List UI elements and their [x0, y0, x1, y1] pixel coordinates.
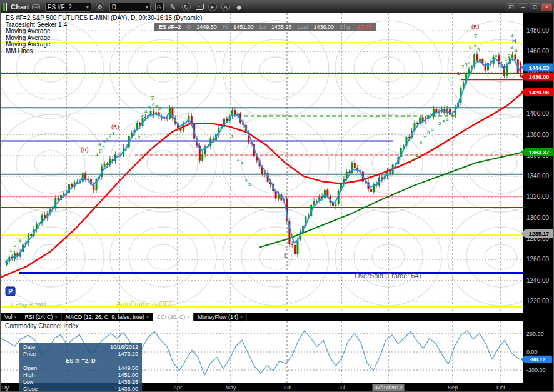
open-value: 1449.50 [196, 24, 217, 30]
tab-moneyflow[interactable]: MoneyFlow (14)× [194, 313, 247, 321]
price-chart-panel[interactable]: 12312345678(R)(R)12345678912345L34567892… [1, 13, 554, 313]
title-bar: Chart SM ES #F=2 ▾ ⚙ D ▾ ◷ ✎ ↻ ··· ▸ A ◆… [1, 1, 554, 13]
svg-text:7: 7 [423, 135, 426, 141]
popout-button[interactable]: ◱ [506, 3, 516, 11]
minimize-button[interactable]: – [518, 3, 528, 11]
month-label: Apr [173, 384, 182, 391]
quote-bar: ES #F=2 O 1449.50 Hi 1451.00 Lo 1435.25 … [154, 23, 376, 31]
svg-text:3: 3 [141, 113, 144, 118]
last-label: Last [297, 24, 308, 30]
tooltip-date-value: 10/16/2012 [110, 344, 138, 351]
svg-text:7: 7 [474, 33, 477, 39]
chart-legend: ES #F=2,S&P 500 FUTURES E-MINI (DAY), D,… [6, 15, 202, 55]
auto-a-icon[interactable]: A [221, 3, 230, 11]
tab-close-icon[interactable]: × [55, 315, 58, 319]
refresh-icon[interactable]: ↻ [182, 3, 191, 11]
svg-text:2: 2 [138, 135, 141, 141]
tab-close-icon[interactable]: × [146, 315, 149, 319]
svg-text:1: 1 [505, 56, 508, 62]
svg-text:1260.00: 1260.00 [526, 256, 550, 263]
open-label: O [186, 24, 191, 30]
tab-close-icon[interactable]: × [187, 315, 189, 319]
svg-text:4: 4 [144, 109, 148, 114]
window-badge: SM [32, 4, 40, 9]
svg-text:8: 8 [112, 131, 115, 136]
tab-rsi[interactable]: RSI (14, C)× [21, 313, 62, 321]
quote-bubble-icon[interactable]: ··· [196, 4, 204, 10]
svg-text:2: 2 [14, 243, 17, 248]
close-button[interactable]: × [541, 3, 552, 11]
svg-text:P: P [8, 288, 13, 295]
clock-icon[interactable]: ◷ [155, 3, 164, 11]
tooltip-price-value: 1473.29 [118, 351, 138, 358]
svg-text:3: 3 [102, 145, 105, 151]
symbol-dropdown[interactable]: ES #F=2 ▾ [45, 3, 91, 12]
symbol-value: ES #F=2 [48, 4, 72, 11]
high-value: 1451.00 [233, 24, 254, 30]
price-chart-canvas[interactable]: 12312345678(R)(R)12345678912345L34567892… [1, 13, 554, 313]
chevron-down-icon: ▾ [146, 4, 148, 10]
tooltip-symbol-header: ES #F=2, D [23, 358, 138, 364]
svg-text:L: L [284, 252, 288, 259]
svg-text:1220.00: 1220.00 [526, 298, 550, 304]
chart-window: Chart SM ES #F=2 ▾ ⚙ D ▾ ◷ ✎ ↻ ··· ▸ A ◆… [0, 0, 554, 392]
svg-text:1300.00: 1300.00 [526, 214, 550, 221]
month-label: 07/27/2012 [372, 384, 404, 391]
tooltip-date-label: Date [23, 344, 35, 351]
tooltip-close-label: Close [23, 386, 38, 392]
month-label: May [225, 384, 236, 391]
last-value: 1436.00 [313, 24, 334, 30]
tooltip-high-value: 1451.00 [118, 372, 138, 379]
pencil-draw-icon[interactable]: ✎ [168, 3, 178, 12]
svg-text:1460.00: 1460.00 [526, 48, 550, 54]
settings-gear-icon[interactable]: ⚙ [96, 3, 104, 11]
play-icon[interactable]: ▸ [208, 3, 217, 11]
svg-text:1420.98: 1420.98 [529, 89, 550, 96]
eraser-icon[interactable]: ◆ [234, 3, 244, 12]
tooltip-close-value: 1436.00 [118, 386, 138, 392]
svg-text:3: 3 [408, 160, 411, 166]
svg-text:1400.00: 1400.00 [526, 110, 550, 117]
high-label: Hi [223, 24, 228, 30]
svg-text:1285.17: 1285.17 [529, 231, 550, 237]
svg-text:5: 5 [468, 69, 471, 75]
chevron-down-icon: ▾ [86, 4, 89, 10]
tooltip-price-label: Price [23, 351, 36, 358]
svg-text:H: H [512, 38, 516, 44]
tooltip-low-value: 1435.25 [118, 379, 138, 386]
svg-text:1444.53: 1444.53 [529, 65, 550, 71]
svg-text:1320.00: 1320.00 [526, 193, 550, 200]
svg-text:7: 7 [151, 95, 154, 101]
cci-panel-title: Commodity Channel Index [5, 323, 79, 329]
svg-text:OverSold (Frame: 64): OverSold (Frame: 64) [355, 272, 421, 279]
svg-text:3: 3 [18, 238, 21, 243]
svg-text:-80.12: -80.12 [530, 356, 546, 363]
svg-text:© eSignal, 2012: © eSignal, 2012 [11, 302, 47, 308]
tooltip-open-label: Open [23, 365, 37, 372]
month-label: Oct [496, 384, 505, 391]
svg-text:6: 6 [469, 44, 472, 50]
svg-text:3: 3 [510, 44, 513, 50]
tab-close-icon[interactable]: × [240, 315, 243, 319]
indicator-tabs: Vol× RSI (14, C)× MACD (12, 26, C, 9, fa… [1, 313, 554, 321]
svg-text:1363.37: 1363.37 [529, 149, 550, 156]
svg-text:4: 4 [468, 61, 471, 66]
tab-macd[interactable]: MACD (12, 26, C, 9, false, true)× [62, 313, 153, 321]
tab-cci[interactable]: CCI (20, C)× [153, 313, 194, 321]
tab-vol[interactable]: Vol× [1, 313, 21, 321]
interval-dropdown[interactable]: D ▾ [109, 3, 151, 12]
svg-text:AutoFrame is OFF: AutoFrame is OFF [116, 300, 173, 308]
legend-mmlines-line: MM Lines [6, 48, 202, 55]
svg-text:1480.00: 1480.00 [526, 27, 550, 34]
svg-text:5: 5 [515, 48, 518, 53]
month-label: Jun [283, 384, 292, 391]
change-value: -13.75 [356, 24, 372, 30]
svg-text:9: 9 [431, 126, 434, 132]
svg-text:2: 2 [508, 53, 511, 59]
svg-text:4: 4 [412, 156, 415, 162]
month-label: Sep [448, 384, 458, 391]
maximize-button[interactable]: □ [530, 3, 540, 11]
svg-text:5: 5 [148, 105, 151, 111]
svg-text:3: 3 [442, 119, 445, 124]
tab-close-icon[interactable]: × [14, 315, 17, 319]
